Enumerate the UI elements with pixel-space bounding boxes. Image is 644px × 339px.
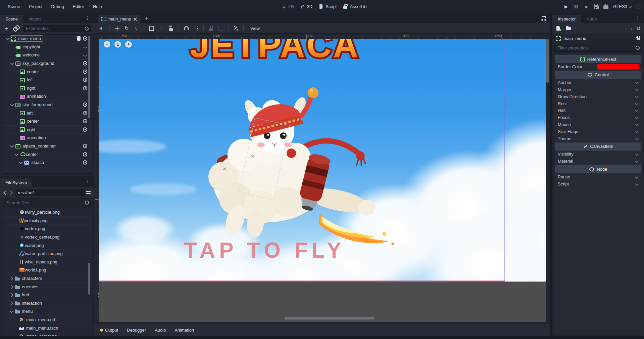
tree-node-row[interactable]: center bbox=[3, 68, 91, 76]
tree-node-row[interactable]: main_menu bbox=[3, 35, 91, 43]
visibility-off-icon[interactable] bbox=[83, 52, 88, 57]
play-scene-button[interactable] bbox=[594, 5, 599, 9]
chevron-down-icon[interactable] bbox=[635, 109, 638, 112]
play-button[interactable] bbox=[563, 4, 569, 9]
expander-icon[interactable] bbox=[14, 127, 19, 132]
expander-icon[interactable] bbox=[14, 326, 18, 330]
path-input[interactable] bbox=[15, 189, 85, 196]
chevron-down-icon[interactable] bbox=[635, 81, 638, 84]
property-row[interactable]: Rect bbox=[555, 100, 641, 107]
vertical-scrollbar[interactable] bbox=[546, 39, 549, 83]
dock-tab[interactable]: Scene bbox=[0, 15, 23, 23]
skeleton-icon[interactable] bbox=[233, 25, 239, 32]
scene-tree-scrollbar[interactable] bbox=[88, 36, 90, 118]
property-row[interactable]: Anchor bbox=[555, 79, 641, 86]
expander-icon[interactable] bbox=[14, 152, 19, 157]
expander-icon[interactable] bbox=[10, 102, 14, 107]
expander-icon[interactable] bbox=[14, 218, 18, 223]
select-tool-icon[interactable] bbox=[99, 25, 105, 32]
file-list-scrollbar[interactable] bbox=[88, 263, 90, 295]
property-row[interactable]: Mouse bbox=[555, 121, 641, 128]
expander-icon[interactable] bbox=[14, 86, 19, 90]
file-row[interactable]: hud bbox=[3, 291, 91, 299]
chevron-down-icon[interactable] bbox=[635, 95, 638, 98]
chevron-down-icon[interactable] bbox=[635, 116, 638, 119]
file-row[interactable]: vortex_center.png bbox=[3, 233, 91, 242]
visibility-on-icon[interactable] bbox=[83, 127, 88, 132]
new-scene-tab-button[interactable]: + bbox=[145, 15, 148, 23]
chevron-down-icon[interactable] bbox=[635, 153, 638, 156]
tree-node-row[interactable]: sky_foreground bbox=[3, 101, 91, 109]
pause-button[interactable] bbox=[574, 4, 579, 9]
dock-tab[interactable]: Inspector bbox=[552, 15, 581, 23]
tree-node-row[interactable]: center bbox=[3, 150, 91, 159]
dock-tab[interactable]: Node bbox=[581, 15, 602, 23]
menu-item[interactable]: Editor bbox=[68, 4, 89, 9]
visibility-on-icon[interactable] bbox=[83, 102, 88, 107]
tree-node-row[interactable]: sky_background bbox=[3, 59, 91, 68]
visibility-on-icon[interactable] bbox=[83, 152, 88, 157]
expander-icon[interactable] bbox=[14, 226, 18, 231]
property-row[interactable]: Script bbox=[555, 180, 641, 187]
menu-item[interactable]: Help bbox=[89, 4, 106, 9]
expander-icon[interactable] bbox=[14, 317, 18, 322]
expander-icon[interactable] bbox=[9, 276, 14, 281]
expander-icon[interactable] bbox=[14, 135, 19, 140]
file-row[interactable]: vortex.png bbox=[3, 225, 91, 233]
visibility-on-icon[interactable] bbox=[83, 86, 88, 91]
file-row[interactable]: enemies bbox=[3, 283, 91, 291]
visibility-off-icon[interactable] bbox=[83, 44, 88, 49]
file-row[interactable]: world1.png bbox=[3, 266, 91, 274]
pivot-tool-icon[interactable] bbox=[158, 25, 165, 32]
property-row[interactable]: Material bbox=[555, 158, 641, 165]
property-row[interactable]: Focus bbox=[555, 114, 641, 121]
filter-properties-input[interactable] bbox=[554, 44, 642, 52]
script-icon[interactable] bbox=[77, 36, 81, 41]
mode-button[interactable]: 3D bbox=[300, 4, 313, 9]
list-select-icon[interactable] bbox=[148, 25, 155, 32]
expander-icon[interactable] bbox=[14, 235, 18, 239]
file-row[interactable]: main_menu.gd bbox=[3, 316, 91, 324]
tree-node-row[interactable]: right bbox=[3, 126, 91, 134]
menu-item[interactable]: Project bbox=[24, 4, 47, 9]
visibility-on-icon[interactable] bbox=[83, 61, 88, 66]
expander-icon[interactable] bbox=[6, 36, 10, 41]
menu-item[interactable]: Debug bbox=[47, 4, 68, 9]
property-row[interactable]: Visibility bbox=[555, 151, 641, 158]
expander-icon[interactable] bbox=[10, 144, 14, 148]
tree-node-row[interactable]: left bbox=[3, 109, 91, 117]
zoom-out-button[interactable]: − bbox=[104, 41, 110, 48]
tree-node-row[interactable]: alpaca bbox=[3, 159, 91, 167]
file-row[interactable]: main_menu.tscn bbox=[3, 324, 91, 332]
expander-icon[interactable] bbox=[14, 210, 18, 214]
search-files-input[interactable] bbox=[3, 199, 91, 207]
play-custom-scene-button[interactable] bbox=[603, 5, 608, 9]
zoom-in-button[interactable]: + bbox=[125, 41, 132, 48]
file-row[interactable]: menu bbox=[3, 307, 91, 316]
group-object-icon[interactable] bbox=[217, 25, 224, 32]
new-resource-icon[interactable] bbox=[556, 26, 561, 31]
tree-node-row[interactable]: right bbox=[3, 84, 91, 93]
history-icon[interactable] bbox=[636, 26, 641, 32]
mode-button[interactable]: AssetLib bbox=[343, 4, 366, 9]
chevron-down-icon[interactable] bbox=[635, 102, 638, 105]
dock-tab[interactable]: Import bbox=[23, 15, 46, 23]
expander-icon[interactable] bbox=[19, 160, 23, 165]
property-row[interactable]: Theme bbox=[555, 135, 641, 142]
expander-icon[interactable] bbox=[14, 243, 18, 248]
history-forward-icon[interactable]: › bbox=[631, 26, 632, 31]
property-row[interactable]: Border Color bbox=[555, 63, 641, 71]
load-resource-icon[interactable] bbox=[566, 26, 571, 31]
file-row[interactable]: characters bbox=[3, 274, 91, 283]
expander-icon[interactable] bbox=[9, 285, 14, 289]
expander-icon[interactable] bbox=[10, 61, 14, 66]
chevron-down-icon[interactable] bbox=[635, 88, 638, 91]
visibility-on-icon[interactable] bbox=[83, 36, 88, 41]
chevron-down-icon[interactable] bbox=[635, 137, 638, 140]
expander-icon[interactable] bbox=[9, 301, 14, 305]
bottom-panel-tab[interactable]: Output bbox=[100, 328, 118, 333]
expander-icon[interactable] bbox=[10, 53, 14, 57]
property-row[interactable]: Pause bbox=[555, 174, 641, 181]
file-row[interactable]: velocity.png bbox=[3, 217, 91, 225]
expander-icon[interactable] bbox=[9, 309, 14, 313]
